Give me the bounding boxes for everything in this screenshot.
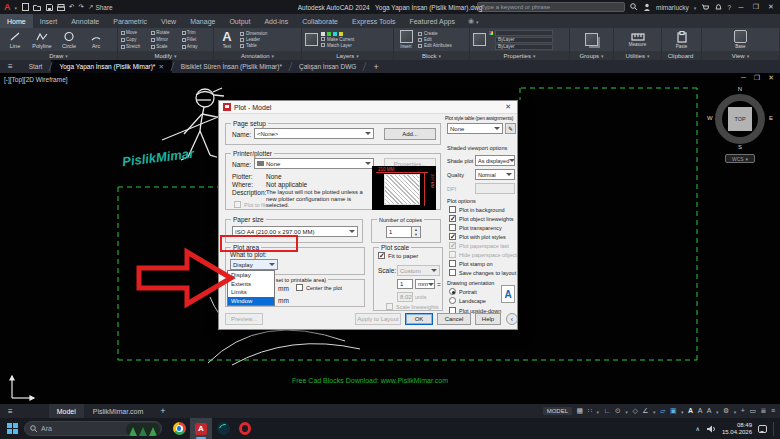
viewcube-north[interactable]: N [708,86,772,92]
start-button[interactable] [0,423,24,434]
tool-base-view[interactable]: Base [729,30,753,49]
tool-stretch[interactable]: Stretch [121,43,149,50]
linetype-control[interactable]: ByLayer [489,37,553,43]
tool-circle[interactable]: Circle [57,31,81,49]
tool-scale[interactable]: Scale [151,43,179,50]
plot-option-plot-styles[interactable]: Plot with plot styles [449,233,506,240]
tool-insert-block[interactable]: Insert [397,30,415,49]
taskbar-clock[interactable]: 08:49 15.04.2026 [722,422,752,436]
workspace-switching-icon[interactable] [723,406,729,416]
viewport-controls-label[interactable]: [-][Top][2D Wireframe] [4,76,68,83]
plot-dialog-titlebar[interactable]: Plot - Model ✕ [219,101,517,114]
viewcube-west[interactable]: W [707,115,713,121]
new-tab-button[interactable]: + [365,60,386,73]
panel-label-draw[interactable]: Draw [0,51,117,60]
undo-icon[interactable]: ↶ [69,3,74,11]
wcs-menu[interactable]: WCS▾ [725,154,755,163]
tool-block-create[interactable]: Create [418,31,452,36]
ribbon-tab-view[interactable]: View [154,14,183,28]
drawing-close-icon[interactable]: ✕ [768,74,774,82]
ribbon-tab-collaborate[interactable]: Collaborate [295,14,345,28]
group-icon[interactable] [585,33,598,46]
object-snap-icon[interactable] [660,406,665,416]
show-desktop-button[interactable] [773,422,774,436]
portrait-radio[interactable]: Portrait [449,288,477,295]
file-tab-calisan[interactable]: Çalışan İnsan DWG [291,60,364,73]
layout-tab[interactable]: PislikMimar.com [85,404,152,418]
ribbon-tab-featured-apps[interactable]: Featured Apps [402,14,462,28]
tool-text[interactable]: AText [217,30,237,49]
panel-label-block[interactable]: Block [394,51,469,60]
layer-properties-icon[interactable] [305,33,318,46]
ribbon-tab-annotate[interactable]: Annotate [64,14,106,28]
copies-spinner[interactable]: 1 ▲▼ [386,226,421,238]
quality-select[interactable]: Normal [475,169,515,180]
tab-close-icon[interactable]: ✕ [158,63,163,71]
taskbar-app-globe-icon[interactable] [212,418,234,439]
plot-option-lineweights[interactable]: Plot object lineweights [449,215,513,222]
file-tab-bisiklet[interactable]: Bisiklet Süren İnsan (Pislik Mimar)* [173,60,290,73]
add-page-setup-button[interactable]: Add... [384,128,436,140]
tool-leader[interactable]: Leader [240,37,267,42]
panel-label-utilities[interactable]: Utilities [614,51,661,60]
ok-button[interactable]: OK [405,313,433,325]
printer-name-select[interactable]: None [254,158,374,169]
volume-icon[interactable] [706,425,716,433]
less-options-button[interactable]: ‹ [506,313,518,325]
scale-select[interactable]: Custom [397,265,440,276]
file-tab-menu-icon[interactable]: ≡ [0,60,21,73]
cart-icon[interactable] [701,3,709,11]
annotation-visibility-icon[interactable] [688,406,693,416]
grid-icon[interactable] [577,406,584,416]
preview-button[interactable]: Preview... [225,313,263,325]
edit-plot-style-button[interactable]: ✎ [505,123,516,134]
cancel-button[interactable]: Cancel [437,313,471,325]
ribbon-tab-home[interactable]: Home [0,14,33,28]
help-search-input[interactable] [477,2,625,12]
shade-plot-select[interactable]: As displayed [475,155,515,166]
tool-arc[interactable]: Arc [84,31,108,49]
redo-icon[interactable]: ↷ [78,3,83,11]
autoscale-icon[interactable] [698,406,703,416]
model-tab[interactable]: Model [49,404,84,418]
annotation-scale-icon[interactable] [707,406,712,416]
scale-units-input[interactable]: 8.026 [397,292,413,302]
plot-to-file-checkbox[interactable]: Plot to file [234,201,268,208]
taskbar-search[interactable] [24,421,162,436]
annotation-monitor-icon[interactable] [741,406,745,416]
tool-measure[interactable]: Measure [623,33,653,47]
panel-label-view[interactable]: View [702,51,779,60]
lineweight-icon[interactable] [670,406,677,416]
layout-menu-icon[interactable]: ≡ [0,407,21,416]
tool-move[interactable]: Move [121,29,149,36]
user-menu-caret-icon[interactable] [694,4,697,11]
taskbar-app-autocad-icon[interactable]: A [190,418,212,439]
viewcube-south[interactable]: S [708,144,772,150]
viewcube-top-face[interactable]: TOP [728,107,752,131]
ribbon-tab-insert[interactable]: Insert [33,14,65,28]
snap-mode-icon[interactable] [588,406,592,416]
color-control[interactable] [489,30,553,36]
page-setup-name-select[interactable]: <None> [254,128,374,139]
drawing-minimize-icon[interactable]: ─ [741,74,746,82]
search-highlight-image[interactable] [126,423,160,436]
polar-tracking-icon[interactable] [615,406,621,416]
model-space-toggle[interactable]: MODEL [543,407,572,415]
panel-label-annotation[interactable]: Annotation [214,51,301,60]
taskbar-search-input[interactable] [41,425,111,432]
close-icon[interactable]: ✕ [766,3,776,11]
apply-to-layout-button[interactable]: Apply to Layout [355,313,401,325]
tool-array[interactable]: Array [182,43,210,50]
plot-option-save-changes[interactable]: Save changes to layout [449,269,516,276]
plot-style-select[interactable]: None [447,123,503,134]
tool-edit-attributes[interactable]: Edit Attributes [418,43,452,48]
fit-to-paper-checkbox[interactable]: Fit to paper [378,252,418,259]
landscape-radio[interactable]: Landscape [449,297,486,304]
tool-table[interactable]: Table [240,43,267,48]
what-to-plot-select[interactable]: Display [230,259,278,270]
open-file-icon[interactable] [33,3,41,11]
taskbar-app-chrome-icon[interactable] [168,418,190,439]
lineweight-control[interactable]: ByLayer [489,44,553,50]
viewcube-east[interactable]: E [769,115,773,121]
panel-label-properties[interactable]: Properties [470,51,569,60]
